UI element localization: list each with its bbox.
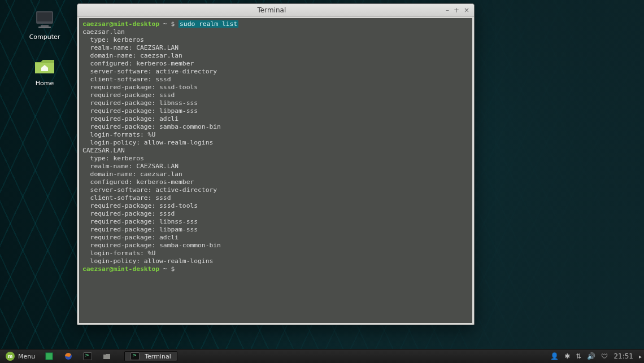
tray-expand-icon[interactable]: ▸ (639, 353, 642, 360)
svg-rect-5 (46, 353, 53, 360)
desktop-icon-home[interactable]: Home (25, 54, 64, 87)
desktop-icon-label: Computer (25, 33, 64, 41)
computer-icon (33, 8, 56, 32)
svg-rect-1 (37, 12, 52, 21)
start-menu-label: Menu (18, 353, 35, 360)
window-title: Terminal (100, 6, 443, 14)
tray-user-icon[interactable]: 👤 (550, 352, 559, 360)
window-close-button[interactable]: × (464, 7, 469, 14)
folder-home-icon (33, 54, 56, 78)
mint-logo-icon: m (6, 352, 15, 361)
firefox-launcher[interactable] (60, 351, 77, 362)
tray-bluetooth-icon[interactable]: ✱ (564, 352, 570, 360)
window-titlebar[interactable]: Terminal – + × (77, 4, 474, 17)
window-controls: – + × (443, 7, 474, 14)
start-menu-button[interactable]: m Menu (2, 351, 38, 362)
system-tray: 👤 ✱ ⇅ 🔊 🛡 21:51 ▸ (550, 352, 642, 360)
tray-clock[interactable]: 21:51 (613, 352, 633, 360)
taskbar-item-terminal[interactable]: Terminal (124, 351, 177, 361)
desktop-icon-computer[interactable]: Computer (25, 8, 64, 41)
tray-volume-icon[interactable]: 🔊 (587, 352, 595, 360)
show-desktop-button[interactable] (41, 351, 58, 362)
desktop-icon-label: Home (25, 80, 64, 87)
terminal-window[interactable]: Terminal – + × caezsar@mint-desktop ~ $ … (77, 3, 475, 325)
svg-text:m: m (8, 354, 12, 359)
terminal-body[interactable]: caezsar@mint-desktop ~ $ sudo realm list… (79, 18, 472, 323)
svg-rect-2 (41, 25, 49, 27)
tray-network-icon[interactable]: ⇅ (576, 352, 581, 360)
terminal-icon (83, 352, 92, 360)
files-launcher[interactable] (98, 351, 115, 362)
terminal-launcher[interactable] (79, 351, 96, 362)
svg-rect-3 (38, 27, 51, 28)
window-maximize-button[interactable]: + (454, 7, 459, 14)
taskbar-item-label: Terminal (145, 353, 171, 360)
terminal-icon (130, 352, 140, 360)
taskbar: m Menu Terminal 👤 ✱ ⇅ 🔊 🛡 21:51 ▸ (0, 349, 644, 363)
window-minimize-button[interactable]: – (446, 7, 449, 14)
tray-shield-icon[interactable]: 🛡 (601, 352, 608, 360)
